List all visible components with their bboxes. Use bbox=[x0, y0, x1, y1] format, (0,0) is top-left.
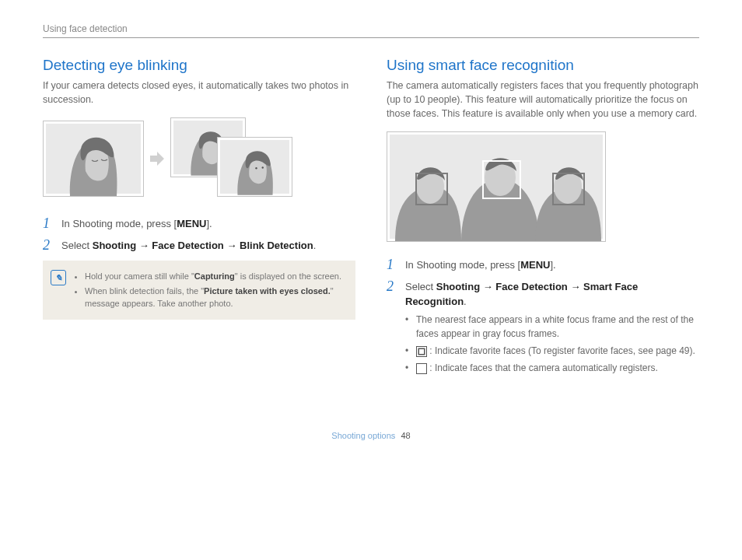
step1-suffix: ]. bbox=[550, 259, 555, 271]
step1-text: In Shooting mode, press [ bbox=[61, 218, 177, 229]
note-icon: ✎ bbox=[51, 270, 66, 285]
step2-prefix: Select bbox=[405, 281, 436, 292]
arrow-sep: → bbox=[224, 240, 240, 251]
group-illustration bbox=[387, 131, 606, 242]
note-item: When blink detection fails, the "Picture… bbox=[85, 285, 346, 310]
menu-key: MENU bbox=[177, 218, 206, 229]
left-step-2: 2 Select Shooting → Face Detection → Bli… bbox=[43, 238, 355, 254]
path-shooting: Shooting bbox=[93, 240, 136, 251]
portrait-small-2 bbox=[217, 137, 292, 197]
right-step-2: 2 Select Shooting → Face Detection → Sma… bbox=[387, 279, 699, 378]
right-step-1: 1 In Shooting mode, press [MENU]. bbox=[387, 257, 699, 273]
arrow-sep: → bbox=[568, 281, 583, 292]
right-column: Using smart face recognition The camera … bbox=[387, 54, 699, 384]
step2-suffix: . bbox=[313, 240, 317, 251]
double-box-icon bbox=[416, 346, 427, 357]
face-box-gray bbox=[552, 173, 585, 205]
svg-point-1 bbox=[261, 167, 263, 169]
face-box-gray bbox=[415, 173, 448, 205]
path-facedet: Face Detection bbox=[495, 281, 567, 292]
step2-suffix: . bbox=[464, 296, 467, 307]
left-step-1: 1 In Shooting mode, press [MENU]. bbox=[43, 216, 355, 232]
breadcrumb: Using face detection bbox=[43, 23, 699, 34]
path-blink: Blink Detection bbox=[240, 240, 313, 251]
step-number: 2 bbox=[387, 279, 397, 378]
single-box-icon bbox=[416, 363, 427, 374]
left-title: Detecting eye blinking bbox=[43, 57, 355, 74]
path-facedet: Face Detection bbox=[152, 240, 223, 251]
left-intro: If your camera detects closed eyes, it a… bbox=[43, 79, 355, 107]
step-number: 1 bbox=[387, 257, 397, 273]
blink-illustration bbox=[43, 117, 355, 199]
footer-page: 48 bbox=[401, 431, 410, 440]
bullet-item: • : Indicate favorite faces (To register… bbox=[405, 344, 699, 358]
step1-text: In Shooting mode, press [ bbox=[405, 259, 520, 271]
footer-section: Shooting options bbox=[331, 431, 395, 440]
arrow-right-icon bbox=[149, 150, 166, 167]
note-box: ✎ Hold your camera still while "Capturin… bbox=[43, 261, 355, 320]
arrow-sep: → bbox=[136, 240, 152, 251]
step-number: 2 bbox=[43, 238, 54, 254]
step2-prefix: Select bbox=[61, 240, 93, 251]
face-box-white bbox=[482, 160, 521, 199]
note-item: Hold your camera still while "Capturing"… bbox=[85, 270, 346, 283]
step-number: 1 bbox=[43, 216, 54, 232]
portrait-closed-eyes bbox=[43, 121, 144, 197]
step1-suffix: ]. bbox=[206, 218, 212, 229]
svg-point-0 bbox=[255, 167, 257, 169]
path-shooting: Shooting bbox=[436, 281, 480, 292]
menu-key: MENU bbox=[520, 259, 550, 271]
arrow-sep: → bbox=[480, 281, 495, 292]
bullet-item: • : Indicate faces that the camera autom… bbox=[405, 361, 699, 375]
left-column: Detecting eye blinking If your camera de… bbox=[43, 54, 355, 384]
right-title: Using smart face recognition bbox=[387, 57, 699, 74]
page-footer: Shooting options 48 bbox=[43, 431, 699, 440]
bullet-item: •The nearest face appears in a white foc… bbox=[405, 313, 699, 341]
right-intro: The camera automatically registers faces… bbox=[387, 79, 699, 121]
